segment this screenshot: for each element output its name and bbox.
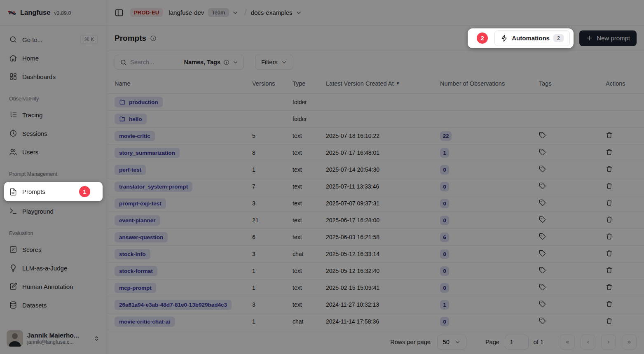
table-row[interactable]: productionfolder	[107, 94, 644, 111]
observations-badge: 0	[440, 283, 449, 293]
delete-prompt-button[interactable]	[606, 165, 613, 172]
prompt-name-pill[interactable]: stock-info	[115, 249, 150, 259]
info-icon[interactable]	[150, 35, 157, 42]
sidebar-item-dashboards[interactable]: Dashboards	[5, 68, 102, 85]
add-tag-button[interactable]	[539, 182, 546, 189]
table-row[interactable]: perf-test1text2025-07-14 20:54:300	[107, 161, 644, 178]
sidebar-item-tracing[interactable]: Tracing	[5, 107, 102, 123]
prompt-name-pill[interactable]: story_summarization	[115, 148, 180, 158]
sidebar-item-prompts[interactable]: Prompts 1	[4, 182, 103, 201]
prompt-name-pill[interactable]: event-planner	[115, 215, 160, 226]
delete-prompt-button[interactable]	[606, 149, 613, 156]
table-row[interactable]: event-planner21text2025-06-17 16:28:000	[107, 212, 644, 229]
sidebar-item-home[interactable]: Home	[5, 50, 102, 66]
delete-prompt-button[interactable]	[606, 199, 613, 206]
delete-prompt-button[interactable]	[606, 216, 613, 223]
table-row[interactable]: story_summarization8text2025-07-17 16:48…	[107, 144, 644, 161]
goto-search[interactable]: Go to... ⌘ K	[5, 31, 102, 48]
created-at-cell: 2025-07-17 16:48:01	[326, 149, 440, 156]
table-row[interactable]: hellofolder	[107, 111, 644, 128]
user-menu[interactable]: Jannik Maierho... jannik@langfuse.c...	[0, 324, 107, 354]
delete-prompt-button[interactable]	[606, 132, 613, 139]
add-tag-button[interactable]	[539, 216, 546, 223]
table-row[interactable]: stock-info3chat2025-05-12 16:33:140	[107, 246, 644, 263]
new-prompt-button[interactable]: New prompt	[579, 30, 637, 46]
table-row[interactable]: movie-critic5text2025-07-18 16:10:2222	[107, 128, 644, 144]
chevron-down-icon[interactable]	[295, 9, 302, 16]
sidebar-item-sessions[interactable]: Sessions	[5, 125, 102, 142]
table-row[interactable]: mcp-prompt1text2025-02-15 15:09:410	[107, 279, 644, 296]
prompt-name-pill[interactable]: movie-critic-chat-ai	[115, 317, 175, 327]
table-header: Name Versions Type Latest Version Create…	[107, 73, 644, 94]
prompt-name-pill[interactable]: prompt-exp-test	[115, 198, 166, 209]
sidebar-item-scores[interactable]: Scores	[5, 241, 102, 258]
observations-badge: 0	[440, 266, 449, 276]
first-page-button[interactable]: «	[560, 335, 575, 349]
prompt-name-pill[interactable]: perf-test	[115, 165, 146, 175]
sidebar-header: Langfuse v3.89.0	[0, 0, 107, 26]
add-tag-button[interactable]	[539, 300, 546, 307]
table-row[interactable]: movie-critic-chat-ai1chat2024-11-14 17:5…	[107, 313, 644, 330]
add-tag-button[interactable]	[539, 132, 546, 139]
add-tag-button[interactable]	[539, 284, 546, 291]
table-row[interactable]: translator_system-prompt7text2025-07-11 …	[107, 178, 644, 195]
add-tag-button[interactable]	[539, 267, 546, 274]
tag-icon	[539, 216, 546, 223]
actions-cell	[606, 132, 637, 140]
name-cell: stock-info	[115, 249, 252, 259]
tag-icon	[539, 182, 546, 189]
prompt-name-pill[interactable]: movie-critic	[115, 131, 155, 141]
add-tag-button[interactable]	[539, 199, 546, 206]
filters-label: Filters	[261, 59, 277, 65]
rows-per-page-select[interactable]: 50	[437, 335, 466, 349]
sidebar-item-human-annotation[interactable]: Human Annotation	[5, 278, 102, 295]
prompt-name-pill[interactable]: 26a61a94-e3ab-48d7-81e0-13b929bad4c3	[115, 300, 232, 310]
search-input[interactable]	[130, 59, 170, 65]
prompt-name-pill[interactable]: mcp-prompt	[115, 283, 156, 293]
search-scope-select[interactable]: Names, Tags	[184, 59, 239, 65]
previous-page-button[interactable]: ‹	[581, 335, 595, 349]
prompt-name-pill[interactable]: hello	[115, 114, 147, 124]
zap-icon	[501, 35, 508, 42]
table-row[interactable]: stock-format1text2025-05-12 16:32:400	[107, 263, 644, 279]
prompt-name-pill[interactable]: stock-format	[115, 266, 157, 276]
delete-prompt-button[interactable]	[606, 317, 613, 324]
add-tag-button[interactable]	[539, 165, 546, 172]
versions-cell: 3	[252, 251, 293, 257]
next-page-button[interactable]: ›	[601, 335, 616, 349]
automations-label: Automations	[512, 35, 550, 42]
table-row[interactable]: prompt-exp-test3text2025-07-07 09:37:310	[107, 195, 644, 212]
column-header-created-at[interactable]: Latest Version Created At▼	[326, 80, 440, 87]
sidebar: Langfuse v3.89.0 Go to... ⌘ K Home Dashb…	[0, 0, 107, 354]
table-row[interactable]: 26a61a94-e3ab-48d7-81e0-13b929bad4c33tex…	[107, 296, 644, 313]
delete-prompt-button[interactable]	[606, 284, 613, 291]
org-name[interactable]: langfuse-dev	[169, 9, 204, 16]
last-page-button[interactable]: »	[622, 335, 637, 349]
sidebar-item-playground[interactable]: Playground	[5, 203, 102, 219]
delete-prompt-button[interactable]	[606, 233, 613, 240]
table-row[interactable]: answer-question6text2025-06-03 16:21:586	[107, 229, 644, 246]
chevron-down-icon	[454, 339, 461, 345]
prompt-name-pill[interactable]: production	[115, 97, 163, 107]
page-number-input[interactable]	[505, 335, 529, 349]
created-at-cell: 2025-07-07 09:37:31	[326, 200, 440, 207]
chevron-down-icon[interactable]	[232, 9, 239, 16]
delete-prompt-button[interactable]	[606, 182, 613, 189]
add-tag-button[interactable]	[539, 149, 546, 156]
sidebar-item-users[interactable]: Users	[5, 144, 102, 160]
sidebar-item-datasets[interactable]: Datasets	[5, 297, 102, 313]
filters-button[interactable]: Filters	[255, 55, 293, 70]
delete-prompt-button[interactable]	[606, 250, 613, 257]
add-tag-button[interactable]	[539, 317, 546, 324]
add-tag-button[interactable]	[539, 250, 546, 257]
sidebar-item-label: LLM-as-a-Judge	[22, 265, 67, 272]
sidebar-toggle-icon[interactable]	[115, 8, 124, 17]
automations-button[interactable]: Automations 2	[494, 30, 570, 46]
delete-prompt-button[interactable]	[606, 300, 613, 307]
prompt-name-pill[interactable]: answer-question	[115, 232, 168, 242]
prompt-name-pill[interactable]: translator_system-prompt	[115, 182, 192, 192]
add-tag-button[interactable]	[539, 233, 546, 240]
delete-prompt-button[interactable]	[606, 267, 613, 274]
project-name[interactable]: docs-examples	[251, 9, 293, 16]
sidebar-item-llm-as-a-judge[interactable]: LLM-as-a-Judge	[5, 260, 102, 276]
